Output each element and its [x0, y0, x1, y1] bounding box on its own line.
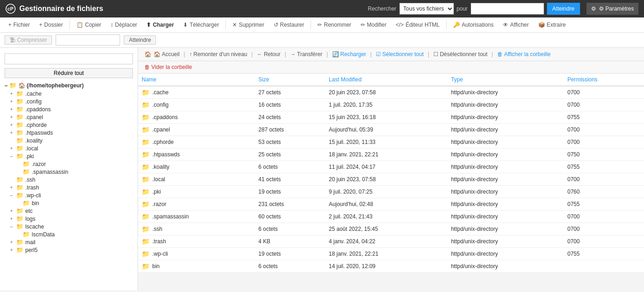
tree-item-perl5[interactable]: + 📁 perl5 — [8, 246, 138, 254]
cell-type: httpd/unix-directory — [447, 235, 564, 248]
tree-item-trash[interactable]: + 📁 .trash — [8, 183, 138, 191]
selectionner-tout-button[interactable]: ☑ Sélectionner tout — [373, 50, 426, 59]
folder-icon: 📁 — [142, 126, 150, 133]
tree-item-etc[interactable]: + 📁 etc — [8, 207, 138, 215]
compress-atteindre-button[interactable]: Atteindre — [124, 35, 156, 45]
table-row[interactable]: 📁 .ssh 6 octets 25 août 2022, 15:45 http… — [138, 223, 644, 235]
deplacer-button[interactable]: ↕ Déplacer — [107, 20, 141, 29]
cell-name: 📁 .razor — [138, 198, 255, 211]
afficher-button[interactable]: 👁 Afficher — [499, 20, 532, 29]
tree-home-item[interactable]: – 📁 🏠 (/home/tophebergeur) — [3, 81, 138, 90]
plus-fichier-icon: + — [8, 22, 12, 28]
tree-item-cpaddons[interactable]: + 📁 .cpaddons — [8, 105, 138, 113]
table-row[interactable]: 📁 bin 6 octets 14 juil. 2020, 12:09 http… — [138, 260, 644, 273]
table-row[interactable]: 📁 .wp-cli 19 octets 18 janv. 2021, 22:21… — [138, 248, 644, 260]
tree-item-cache[interactable]: + 📁 .cache — [8, 90, 138, 97]
transferer-button[interactable]: → Transférer — [288, 50, 325, 59]
atteindre-button[interactable]: Atteindre — [547, 3, 580, 15]
deselectionner-tout-button[interactable]: ☐ Désélectionner tout — [431, 50, 490, 59]
table-row[interactable]: 📁 .koality 6 octets 11 juil. 2024, 04:17… — [138, 161, 644, 173]
tree-item-razor[interactable]: 📁 .razor — [15, 160, 138, 168]
extraire-button[interactable]: 📦 Extraire — [535, 20, 569, 29]
search-area: Rechercher Tous vos fichiers pour Attein… — [368, 3, 638, 15]
remonter-button[interactable]: ↑ Remonter d'un niveau — [186, 50, 250, 59]
tree-item-config[interactable]: + 📁 .config — [8, 97, 138, 105]
vider-corbeille-button[interactable]: 🗑 Vider la corbeille — [142, 63, 195, 72]
col-type[interactable]: Type — [447, 74, 564, 86]
table-row[interactable]: 📁 .pki 19 octets 9 juil. 2020, 07:25 htt… — [138, 186, 644, 198]
home-icon: 🏠 — [144, 51, 151, 57]
col-permissions[interactable]: Permissions — [564, 74, 644, 86]
cell-size: 287 octets — [255, 124, 325, 136]
recharger-button[interactable]: 🔄 Recharger — [329, 50, 369, 59]
table-row[interactable]: 📁 .razor 231 octets Aujourd'hui, 02:48 h… — [138, 198, 644, 211]
expand-icon: + — [10, 130, 15, 135]
search-scope-select[interactable]: Tous vos fichiers — [399, 3, 454, 15]
cell-modified: Aujourd'hui, 05:39 — [325, 124, 448, 136]
tree-item-logs[interactable]: + 📁 logs — [8, 215, 138, 223]
table-row[interactable]: 📁 .trash 4 KB 4 janv. 2024, 04:22 httpd/… — [138, 235, 644, 248]
fichier-button[interactable]: + Fichier — [5, 20, 34, 29]
reduire-tout-button[interactable]: Réduire tout — [5, 68, 133, 78]
file-name: .cphorde — [152, 139, 174, 145]
table-row[interactable]: 📁 .htpasswds 25 octets 18 janv. 2021, 22… — [138, 149, 644, 161]
table-row[interactable]: 📁 .cphorde 53 octets 15 juil. 2020, 11:3… — [138, 136, 644, 149]
compresser-button[interactable]: 🗜 Compresser — [5, 35, 52, 45]
table-row[interactable]: 📁 .cpanel 287 octets Aujourd'hui, 05:39 … — [138, 124, 644, 136]
tree-item-ssh[interactable]: 📁 .ssh — [8, 176, 138, 183]
toolbar-sep-1 — [69, 20, 70, 29]
afficher-corbeille-button[interactable]: 🗑 Afficher la corbeille — [494, 50, 553, 59]
tree-item-cpanel[interactable]: + 📁 .cpanel — [8, 113, 138, 121]
tree-item-bin[interactable]: 📁 bin — [15, 199, 138, 207]
tree-item-lscache[interactable]: – 📁 lscache — [8, 223, 138, 230]
expand-icon: – — [10, 193, 15, 198]
folder-icon: 📁 — [142, 114, 150, 121]
extract-icon: 📦 — [538, 22, 545, 28]
tree-item-local[interactable]: + 📁 .local — [8, 144, 138, 152]
table-row[interactable]: 📁 .config 16 octets 1 juil. 2020, 17:35 … — [138, 99, 644, 111]
col-size[interactable]: Size — [255, 74, 325, 86]
tree-item-htpasswds[interactable]: + 📁 .htpasswds — [8, 129, 138, 137]
expand-icon: + — [10, 99, 15, 104]
search-input[interactable] — [471, 3, 544, 15]
tree-item-spamassassin[interactable]: 📁 .spamassassin — [15, 168, 138, 176]
cell-permissions: 0700 — [564, 223, 644, 235]
tree-search-input[interactable] — [5, 53, 133, 64]
col-modified[interactable]: Last Modified — [325, 74, 448, 86]
dossier-button[interactable]: + Dossier — [35, 20, 67, 29]
file-name: .local — [152, 176, 165, 183]
col-name[interactable]: Name — [138, 74, 255, 86]
restaurer-button[interactable]: ↺ Restaurer — [270, 20, 308, 29]
retour-button[interactable]: ← Retour — [254, 50, 283, 59]
file-name: .koality — [152, 164, 169, 170]
cell-permissions: 0755 — [564, 111, 644, 124]
autorisations-button[interactable]: 🔑 Autorisations — [449, 20, 497, 29]
svg-text:cP: cP — [7, 6, 13, 11]
table-row[interactable]: 📁 .cpaddons 24 octets 15 juin 2023, 16:1… — [138, 111, 644, 124]
supprimer-button[interactable]: ✕ Supprimer — [229, 20, 268, 29]
minus-icon: – — [5, 82, 8, 89]
cell-size: 6 octets — [255, 161, 325, 173]
tree-item-mail[interactable]: + 📁 mail — [8, 238, 138, 246]
parametres-button[interactable]: ⚙ ⚙ Paramètres — [586, 3, 638, 15]
modifier-button[interactable]: ✏ Modifier — [357, 20, 391, 29]
tree-item-wp-cli[interactable]: – 📁 .wp-cli — [8, 191, 138, 199]
tree-item-koality[interactable]: 📁 .koality — [8, 137, 138, 144]
copier-button[interactable]: 📋 Copier — [73, 20, 105, 29]
cell-type: httpd/unix-directory — [447, 260, 564, 273]
tree-item-lscmdata[interactable]: 📁 lscmData — [15, 230, 138, 238]
cell-type: httpd/unix-directory — [447, 99, 564, 111]
table-row[interactable]: 📁 .spamassassin 60 octets 2 juil. 2024, … — [138, 211, 644, 223]
tree-item-cphorde[interactable]: + 📁 .cphorde — [8, 121, 138, 129]
charger-button[interactable]: ⬆ Charger — [143, 20, 178, 29]
table-row[interactable]: 📁 .local 41 octets 20 juin 2023, 07:58 h… — [138, 173, 644, 186]
accueil-button[interactable]: 🏠 🏠 Accueil — [142, 50, 182, 59]
table-row[interactable]: 📁 .cache 27 octets 20 juin 2023, 07:58 h… — [138, 86, 644, 99]
telecharger-button[interactable]: ⬇ Télécharger — [179, 20, 223, 29]
renommer-button[interactable]: ✏ Renommer — [314, 20, 355, 29]
cell-modified: 18 janv. 2021, 22:21 — [325, 248, 448, 260]
tree-item-pki[interactable]: – 📁 .pki — [8, 152, 138, 160]
home-folder-icon: 📁 — [9, 82, 17, 89]
editeur-html-button[interactable]: </> Éditeur HTML — [392, 20, 443, 29]
compress-input[interactable] — [56, 34, 120, 46]
